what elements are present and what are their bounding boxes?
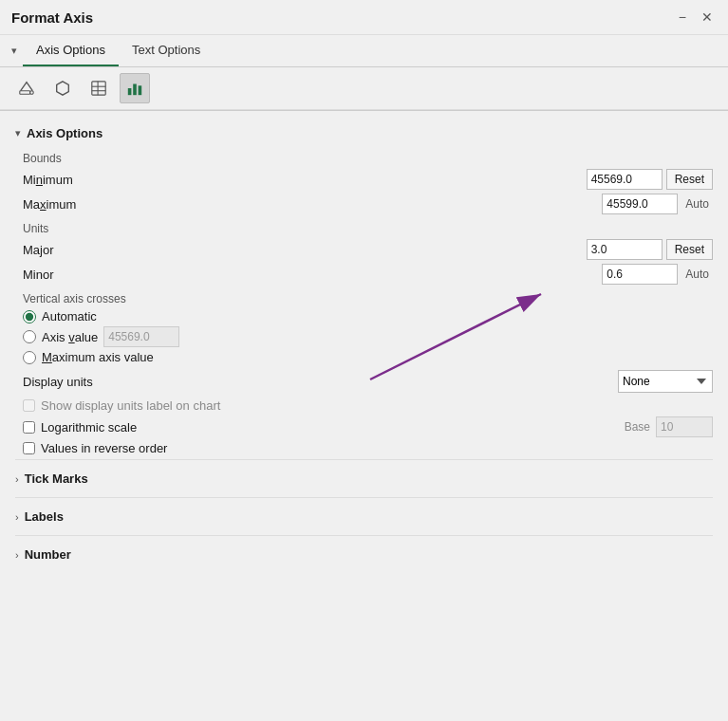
bar-chart-icon: [126, 80, 143, 97]
hexagon-icon-button[interactable]: [47, 73, 78, 103]
title-bar-controls: − ✕: [675, 8, 717, 27]
base-row: Base: [625, 416, 713, 437]
major-input[interactable]: [587, 239, 663, 260]
minor-input[interactable]: [602, 264, 678, 285]
svg-marker-2: [57, 82, 69, 95]
radio-maximum-axis-value[interactable]: [23, 351, 36, 364]
radio-axis-value-row: Axis value: [23, 326, 713, 347]
tab-text-options[interactable]: Text Options: [119, 35, 214, 66]
minimum-label: Minimum: [23, 173, 99, 187]
tab-dropdown-arrow: ▾: [11, 45, 17, 57]
show-display-units-label: Show display units label on chart: [41, 398, 220, 413]
number-chevron: ›: [15, 549, 19, 561]
radio-automatic-label: Automatic: [42, 309, 97, 324]
radio-automatic-row: Automatic: [23, 309, 713, 324]
values-reverse-row: Values in reverse order: [23, 441, 713, 455]
svg-rect-0: [20, 91, 30, 95]
panel-title: Format Axis: [11, 9, 93, 26]
table-icon-button[interactable]: [84, 73, 114, 103]
number-section: › Number: [15, 535, 713, 569]
major-controls: Reset: [587, 239, 713, 260]
maximum-controls: Auto: [602, 194, 713, 214]
maximum-row: Maximum Auto: [23, 194, 713, 214]
bar-chart-icon-button[interactable]: [120, 73, 150, 103]
minor-row: Minor Auto: [23, 264, 713, 285]
number-header[interactable]: › Number: [15, 540, 713, 569]
svg-rect-3: [92, 82, 105, 95]
tick-marks-chevron: ›: [15, 473, 19, 485]
radio-axis-value[interactable]: [23, 330, 36, 343]
axis-options-section-header[interactable]: ▾ Axis Options: [15, 119, 713, 144]
bounds-label: Bounds: [23, 152, 713, 165]
logarithmic-scale-row: Logarithmic scale: [23, 420, 137, 434]
units-label: Units: [23, 222, 713, 235]
values-reverse-label: Values in reverse order: [41, 441, 167, 455]
tick-marks-header[interactable]: › Tick Marks: [15, 464, 713, 493]
minor-controls: Auto: [602, 264, 713, 285]
number-title: Number: [25, 547, 71, 562]
icon-bar: [0, 67, 728, 110]
radio-maximum-axis-value-row: Maximum axis value: [23, 350, 713, 364]
maximum-auto-button[interactable]: Auto: [681, 194, 713, 214]
show-display-units-row: Show display units label on chart: [23, 398, 713, 413]
minimum-controls: Reset: [587, 169, 713, 190]
values-reverse-checkbox[interactable]: [23, 442, 35, 454]
labels-title: Labels: [25, 509, 64, 524]
tab-bar: ▾ Axis Options Text Options: [0, 35, 728, 67]
labels-section: › Labels: [15, 497, 713, 531]
tick-marks-title: Tick Marks: [25, 471, 88, 486]
base-label: Base: [625, 420, 650, 434]
labels-chevron: ›: [15, 511, 19, 523]
vertical-axis-crosses-label: Vertical axis crosses: [23, 292, 713, 305]
logarithmic-scale-checkbox[interactable]: [23, 421, 35, 434]
minimum-reset-button[interactable]: Reset: [666, 169, 713, 190]
svg-rect-7: [128, 88, 132, 95]
minor-label: Minor: [23, 268, 99, 282]
maximum-input[interactable]: [602, 194, 678, 214]
axis-options-title: Axis Options: [27, 126, 103, 140]
panel-content: ▾ Axis Options Bounds Minimum Reset Maxi…: [0, 111, 728, 721]
minimize-button[interactable]: −: [675, 8, 690, 27]
minimum-input[interactable]: [587, 169, 663, 190]
radio-axis-value-label: Axis value: [42, 330, 98, 344]
hexagon-icon: [54, 80, 71, 97]
svg-rect-8: [133, 84, 137, 96]
show-display-units-checkbox[interactable]: [23, 399, 35, 412]
display-units-row: Display units None Hundreds Thousands Mi…: [23, 370, 713, 393]
table-icon: [90, 80, 107, 97]
minimum-row: Minimum Reset: [23, 169, 713, 190]
close-button[interactable]: ✕: [698, 8, 717, 27]
major-label: Major: [23, 243, 99, 257]
maximum-label: Maximum: [23, 197, 99, 212]
paint-icon-button[interactable]: [11, 73, 42, 103]
axis-options-chevron: ▾: [15, 127, 21, 139]
radio-automatic[interactable]: [23, 310, 36, 324]
major-reset-button[interactable]: Reset: [666, 239, 713, 260]
format-axis-panel: Format Axis − ✕ ▾ Axis Options Text Opti…: [0, 0, 728, 721]
radio-maximum-axis-value-label: Maximum axis value: [42, 350, 154, 364]
display-units-label: Display units: [23, 375, 93, 389]
major-row: Major Reset: [23, 239, 713, 260]
tab-axis-options[interactable]: Axis Options: [23, 35, 119, 66]
vertical-axis-radio-group: Automatic Axis value Maximum axis value: [23, 309, 713, 364]
base-input[interactable]: [656, 416, 713, 437]
svg-rect-9: [139, 85, 142, 95]
display-units-select[interactable]: None Hundreds Thousands Millions: [618, 370, 713, 393]
axis-value-input[interactable]: [103, 326, 179, 347]
minor-auto-button[interactable]: Auto: [681, 264, 713, 285]
svg-point-1: [30, 91, 34, 95]
logarithmic-scale-label: Logarithmic scale: [41, 420, 137, 434]
labels-header[interactable]: › Labels: [15, 502, 713, 531]
paint-icon: [18, 80, 35, 97]
axis-options-body: Bounds Minimum Reset Maximum Auto: [15, 152, 713, 455]
title-bar: Format Axis − ✕: [0, 0, 728, 35]
tick-marks-section: › Tick Marks: [15, 459, 713, 493]
